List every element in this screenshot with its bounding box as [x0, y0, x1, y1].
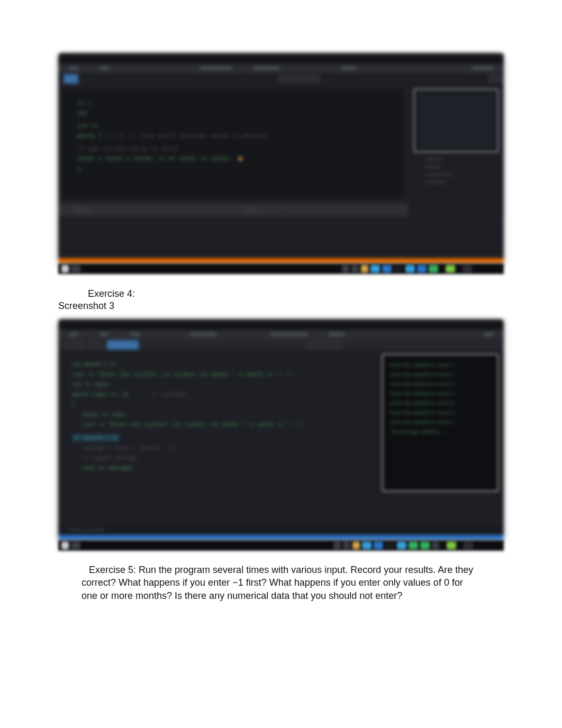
ide1-editor[interactable]: // … int cin >> while ( != -1) // loop u…	[64, 89, 403, 198]
tb2-icon-j[interactable]	[432, 542, 439, 549]
tb1-icon-g[interactable]	[405, 265, 415, 272]
ide2-code-l7: total += rain;	[83, 412, 127, 417]
ide2-code-l12: if (month > 1)	[72, 434, 120, 441]
tb1-icon-d[interactable]	[370, 265, 380, 272]
taskbar-2	[58, 540, 504, 551]
ide1-tree-2: Source Files	[425, 171, 497, 178]
ide2-output-panel[interactable]: Enter the rainfall for month 1: Enter th…	[382, 354, 498, 492]
ide2-tab-1[interactable]	[64, 340, 85, 350]
tb2-icon-d[interactable]	[362, 542, 371, 549]
taskbar-1	[58, 263, 504, 274]
tb1-icon-e[interactable]	[382, 265, 392, 272]
ide2-code-l13: average = total / (month - 1);	[83, 445, 178, 451]
ide1-code-l6: // add current value to total	[77, 145, 179, 152]
tb1-icon-j[interactable]	[446, 265, 455, 272]
ide2-out-8: The average rainfall is …	[391, 427, 490, 436]
ide1-project-tree[interactable]: Solution Project Source Files main.cpp	[419, 152, 504, 189]
ide2-out-0: Enter the rainfall for month 1:	[391, 360, 490, 370]
tb1-app[interactable]	[71, 265, 80, 272]
ide2-tab-center[interactable]	[306, 340, 343, 350]
ide2-out-4: Enter the rainfall for month 5:	[391, 398, 490, 408]
caption-ex5-text: Exercise 5: Run the program several time…	[81, 565, 473, 601]
ide1-solution-panel[interactable]	[414, 89, 498, 152]
caption-ex4: Exercise 4:	[88, 288, 481, 300]
tb1-icon-a[interactable]	[342, 265, 349, 272]
ide2-editor[interactable]: int month = 1; cout << "Enter the rainfa…	[58, 350, 377, 524]
tb2-app[interactable]	[71, 542, 80, 549]
ide1-tree-0: Solution	[425, 156, 497, 163]
ide2-tab-row	[58, 339, 504, 350]
ide1-hint-right: Ln 12	[243, 207, 257, 213]
tb1-icon-c[interactable]	[361, 265, 368, 272]
caption-ex4-block: Exercise 4: Screenshot 3	[58, 288, 481, 312]
tb2-icon-c[interactable]	[352, 542, 360, 549]
ide2-titlebar	[58, 319, 504, 330]
ide1-tree-1: Project	[425, 163, 497, 170]
ide2-code-l6: {	[72, 402, 75, 407]
ide1-code-l4: while (	[77, 132, 102, 139]
caption-shot3: Screenshot 3	[58, 300, 481, 312]
ide2-out-1: Enter the rainfall for month 2:	[391, 370, 490, 379]
ide2-out-5: Enter the rainfall for month 6:	[391, 408, 490, 417]
tb1-icon-h[interactable]	[417, 265, 427, 272]
ide2-code-l1: int month = 1;	[72, 361, 116, 367]
ide1-code-l2: int	[77, 110, 88, 116]
tb2-icon-e[interactable]	[374, 542, 383, 549]
start-icon-2[interactable]	[61, 542, 69, 549]
ide-screenshot-1: // … int cin >> while ( != -1) // loop u…	[58, 53, 504, 263]
tb1-tray[interactable]	[463, 265, 472, 272]
ide1-tab-row	[58, 73, 504, 84]
ide1-code-l1: // …	[77, 99, 92, 106]
ide2-toolbar	[58, 330, 504, 339]
ide2-code-l9: cout << "Enter the rainfall (in inches) …	[83, 422, 302, 427]
tb2-icon-g[interactable]	[397, 542, 406, 549]
ide1-status-bar	[58, 258, 504, 263]
tb2-icon-k[interactable]	[447, 542, 456, 549]
ide1-code-l7: total = total + value; // or total += va…	[77, 155, 231, 162]
ide2-bottom-text: Build succeeded	[69, 527, 104, 532]
ide1-code-l8: }	[77, 165, 81, 172]
ide2-tab-active[interactable]	[107, 340, 139, 350]
tb2-icon-a[interactable]	[333, 542, 341, 549]
ide1-code-l3: cin >>	[77, 122, 98, 129]
ide1-hint-bar: Ready Ln 12	[58, 203, 409, 216]
ide1-tab-3[interactable]	[488, 74, 504, 84]
ide2-out-3: Enter the rainfall for month 4:	[391, 389, 490, 398]
ide1-toolbar	[58, 63, 504, 73]
tb1-icon-i[interactable]	[429, 265, 438, 272]
ide2-out-2: Enter the rainfall for month 3:	[391, 379, 490, 389]
ide2-bottom-bar: Build succeeded	[58, 524, 504, 535]
ide1-code-l4b: != -1) // loop until sentinel value is e…	[105, 132, 267, 139]
ide2-tab-2[interactable]	[88, 340, 104, 350]
ide2-status-bar	[58, 535, 504, 540]
ide-screenshot-2: int month = 1; cout << "Enter the rainfa…	[58, 319, 504, 540]
ide1-titlebar	[58, 53, 504, 63]
tb2-icon-f[interactable]	[385, 542, 395, 549]
tb1-icon-b[interactable]	[351, 265, 359, 272]
tb2-tray[interactable]	[464, 542, 473, 549]
ide1-tree-3: main.cpp	[425, 178, 497, 186]
ide1-tab-2[interactable]	[278, 74, 320, 84]
tb2-icon-i[interactable]	[420, 542, 430, 549]
ide1-bottom-panels	[58, 216, 504, 258]
tb2-icon-b[interactable]	[343, 542, 350, 549]
start-icon[interactable]	[61, 265, 69, 272]
ide1-hint-left: Ready	[74, 207, 89, 213]
ide2-code-l3: cout << "Enter the rainfall (in inches) …	[72, 371, 292, 377]
caption-ex5: Exercise 5: Run the program several time…	[81, 563, 481, 602]
ide2-code-l5: while (rain != -1)	[72, 392, 129, 397]
ide2-code-l4: cin >> rain;	[72, 381, 110, 387]
ide2-out-6: Enter the rainfall for month 7:	[391, 417, 490, 427]
ide1-tab-active[interactable]	[64, 74, 78, 84]
tb1-icon-f[interactable]	[394, 265, 403, 272]
tb2-icon-h[interactable]	[409, 542, 418, 549]
ide2-code-l14: cout << average;	[83, 465, 133, 471]
